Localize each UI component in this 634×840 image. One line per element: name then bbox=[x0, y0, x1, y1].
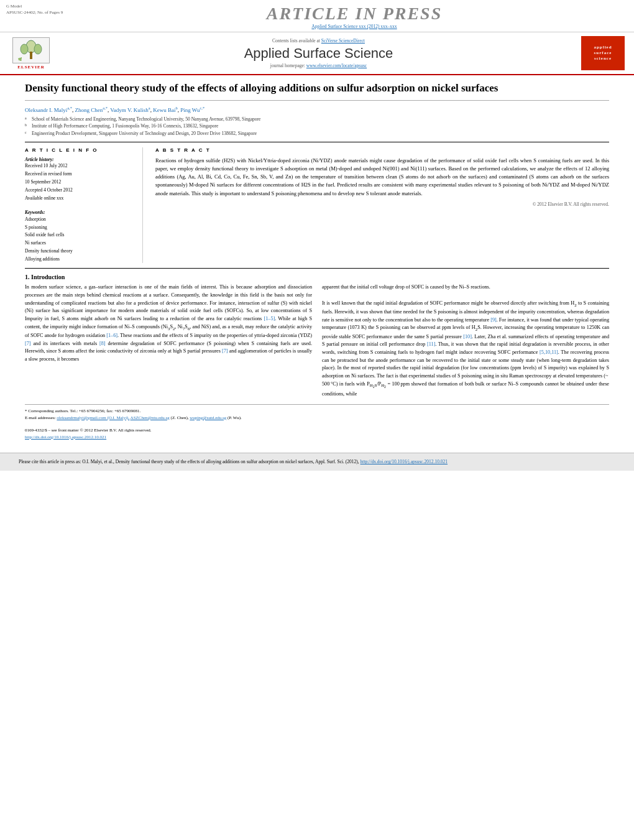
article-id: APSUSC-24402; No. of Pages 9 bbox=[6, 10, 81, 16]
received2-label: Received in revised form bbox=[25, 171, 135, 177]
journal-name-block: Contents lists available at SciVerse Sci… bbox=[56, 38, 581, 68]
issn-text: 0169-4332/$ – see front matter © 2012 El… bbox=[25, 427, 609, 434]
keyword-alloying: Alloying additions bbox=[25, 256, 135, 264]
elsevier-label: ELSEVIER bbox=[17, 65, 44, 70]
keyword-s-poisoning: S poisoning bbox=[25, 224, 135, 232]
journal-header: 🌿 ELSEVIER Contents lists available at S… bbox=[0, 32, 634, 75]
affil-a: a School of Materials Science and Engine… bbox=[25, 116, 609, 122]
authors-line: Oleksandr I. Malyia,*, Zhong Chena,*, Va… bbox=[25, 106, 609, 113]
article-body: Density functional theory study of the e… bbox=[0, 75, 634, 446]
email2-link[interactable]: ASZChen@ntu.edu.sg bbox=[131, 415, 170, 420]
g-model-label: G Model bbox=[6, 4, 81, 10]
author-malyi: Oleksandr I. Malyi bbox=[25, 107, 67, 113]
history-label: Article history: bbox=[25, 157, 135, 162]
keywords-list: Adsorption S poisoning Solid oxide fuel … bbox=[25, 216, 135, 264]
email-footnote: E-mail addresses: oleksandrmalyi@gmail.c… bbox=[25, 415, 609, 422]
journal-name: Applied Surface Science bbox=[56, 45, 581, 62]
email1-link[interactable]: oleksandrmalyi@gmail.com (O.I. Malyi), bbox=[57, 415, 129, 420]
abstract-text: Reactions of hydrogen sulfide (H2S) with… bbox=[155, 157, 609, 198]
article-id-block: G Model APSUSC-24402; No. of Pages 9 bbox=[6, 4, 81, 16]
top-header: G Model APSUSC-24402; No. of Pages 9 ART… bbox=[0, 0, 634, 32]
introduction-title: 1. Introduction bbox=[25, 274, 609, 280]
journal-url: Applied Surface Science xxx (2012) xxx–x… bbox=[81, 24, 628, 29]
svg-point-3 bbox=[34, 44, 42, 54]
article-info-header: A R T I C L E I N F O bbox=[25, 147, 135, 153]
author-bai: Kewu Bai bbox=[153, 107, 175, 113]
received2-date: 10 September 2012 bbox=[25, 179, 135, 185]
intro-text-2: apparent that the initial cell voltage d… bbox=[322, 284, 609, 398]
elsevier-tree-graphic: 🌿 bbox=[12, 37, 50, 63]
elsevier-logo: 🌿 ELSEVIER bbox=[6, 37, 56, 70]
copyright: © 2012 Elsevier B.V. All rights reserved… bbox=[155, 201, 609, 207]
accepted: Accepted 4 October 2012 bbox=[25, 187, 135, 193]
article-title: Density functional theory study of the e… bbox=[25, 81, 609, 101]
intro-text-1: In modern surface science, a gas–surface… bbox=[25, 284, 312, 364]
journal-logo-right: applied surface science bbox=[581, 36, 628, 70]
svg-rect-1 bbox=[30, 52, 32, 59]
citation-text: Please cite this article in press as: O.… bbox=[19, 459, 359, 464]
introduction-section: 1. Introduction In modern surface scienc… bbox=[25, 274, 609, 398]
received1: Received 10 July 2012 bbox=[25, 163, 135, 168]
citation-bar: Please cite this article in press as: O.… bbox=[0, 453, 634, 470]
author-kulish: Vadym V. Kulish bbox=[110, 107, 148, 113]
introduction-body: In modern surface science, a gas–surface… bbox=[25, 284, 609, 398]
footnote-area: * Corresponding authors. Tel.: +65 67904… bbox=[25, 404, 609, 440]
article-in-press-text: ARTICLE IN PRESS bbox=[81, 4, 628, 24]
impurity-word: Impurity bbox=[25, 316, 43, 321]
doi-link[interactable]: http://dx.doi.org/10.1016/j.apsusc.2012.… bbox=[25, 435, 106, 440]
keyword-ni-surfaces: Ni surfaces bbox=[25, 239, 135, 247]
affil-b: b Institute of High Performance Computin… bbox=[25, 122, 609, 129]
intro-col-1: In modern surface science, a gas–surface… bbox=[25, 284, 312, 398]
keyword-adsorption: Adsorption bbox=[25, 216, 135, 224]
sciverse-line: Contents lists available at SciVerse Sci… bbox=[56, 38, 581, 44]
affiliations: a School of Materials Science and Engine… bbox=[25, 116, 609, 137]
available-online: Available online xxx bbox=[25, 195, 135, 201]
citation-doi-link[interactable]: http://dx.doi.org/10.1016/j.apsusc.2012.… bbox=[361, 459, 448, 464]
author-chen: Zhong Chen bbox=[75, 107, 103, 113]
svg-text:🌿: 🌿 bbox=[18, 57, 22, 62]
journal-homepage: journal homepage: www.elsevier.com/locat… bbox=[56, 63, 581, 68]
abstract-column: A B S T R A C T Reactions of hydrogen su… bbox=[155, 147, 609, 264]
journal-logo-box: applied surface science bbox=[581, 36, 625, 70]
author-wu: Ping Wu bbox=[180, 107, 200, 113]
keyword-sofc: Solid oxide fuel cells bbox=[25, 231, 135, 239]
svg-point-2 bbox=[21, 44, 28, 54]
keywords-label: Keywords: bbox=[25, 210, 135, 215]
corresponding-note: * Corresponding authors. Tel.: +65 67904… bbox=[25, 408, 609, 415]
intro-col-2: apparent that the initial cell voltage d… bbox=[322, 284, 609, 398]
keyword-dft: Density functional theory bbox=[25, 247, 135, 256]
doi-text: http://dx.doi.org/10.1016/j.apsusc.2012.… bbox=[25, 434, 609, 441]
section-divider bbox=[25, 268, 609, 269]
article-info-column: A R T I C L E I N F O Article history: R… bbox=[25, 147, 143, 264]
article-in-press-banner: ARTICLE IN PRESS Applied Surface Science… bbox=[81, 4, 628, 29]
info-abstract-section: A R T I C L E I N F O Article history: R… bbox=[25, 142, 609, 264]
sciverse-link[interactable]: SciVerse ScienceDirect bbox=[321, 38, 365, 44]
email3-link[interactable]: wuping@sutd.edu.sg bbox=[190, 415, 226, 420]
journal-homepage-link[interactable]: www.elsevier.com/locate/apsusc bbox=[306, 63, 367, 68]
abstract-header: A B S T R A C T bbox=[155, 147, 609, 153]
affil-c: c Engineering Product Development, Singa… bbox=[25, 130, 609, 137]
